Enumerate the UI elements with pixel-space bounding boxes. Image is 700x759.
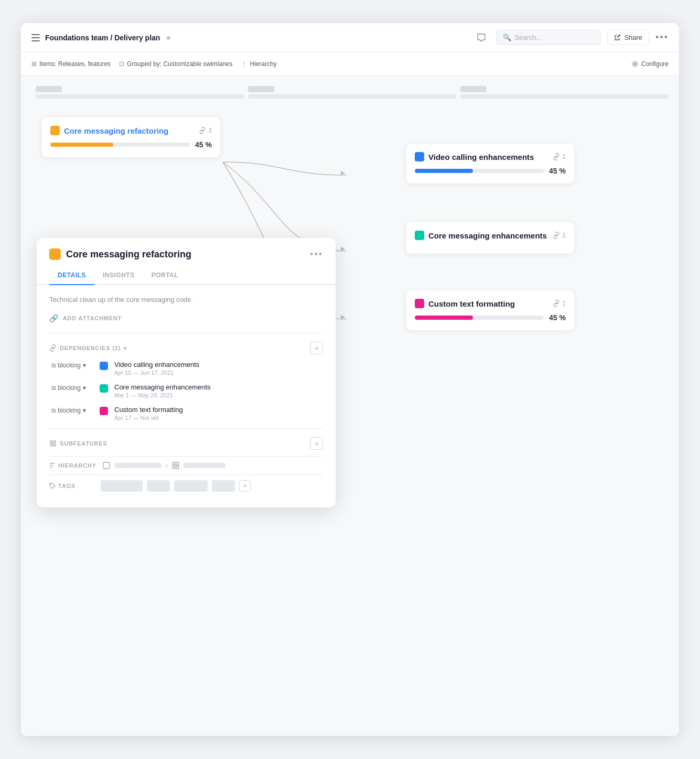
nav-left: Foundations team / Delivery plan ★ bbox=[31, 34, 172, 42]
card-links-count-3: 1 bbox=[562, 232, 566, 239]
tag-1 bbox=[101, 480, 143, 492]
hierarchy-row: HIERARCHY › bbox=[49, 456, 323, 474]
grouped-label: Grouped by: Customizable swimlanes bbox=[127, 60, 232, 68]
progress-fill-pink bbox=[415, 316, 473, 320]
tab-details[interactable]: DETAILS bbox=[49, 266, 94, 285]
breadcrumb: Foundations team / Delivery plan bbox=[45, 34, 160, 42]
search-icon: 🔍 bbox=[503, 34, 511, 41]
timeline-label-2 bbox=[248, 86, 274, 92]
dep-info-2: Core messaging enhancements Mar 1 — May … bbox=[114, 383, 211, 398]
svg-rect-5 bbox=[53, 441, 56, 443]
timeline-label-3 bbox=[460, 86, 487, 92]
hier-arrow-icon: › bbox=[166, 462, 168, 469]
tags-row: TAGS + bbox=[49, 474, 323, 497]
svg-rect-4 bbox=[50, 441, 52, 443]
progress-bar-bg bbox=[50, 143, 190, 147]
section-title-row[interactable]: DEPENDENCIES (2) ▾ bbox=[49, 344, 127, 352]
card-title-4: Custom text formatting bbox=[428, 299, 515, 308]
progress-fill-blue bbox=[415, 169, 473, 173]
star-icon[interactable]: ★ bbox=[165, 34, 172, 42]
card-header-3: Core messaging enhancements 1 bbox=[415, 231, 566, 240]
tab-insights[interactable]: INSIGHTS bbox=[94, 266, 143, 285]
dep-arrow-1: ▾ bbox=[83, 362, 86, 369]
progress-bar-bg-2 bbox=[415, 169, 544, 173]
card-title-3: Core messaging enhancements bbox=[428, 231, 547, 240]
add-dependency-button[interactable]: + bbox=[310, 342, 323, 354]
detail-more-icon[interactable]: ••• bbox=[310, 249, 323, 260]
detail-panel: Core messaging refactoring ••• DETAILS I… bbox=[37, 238, 336, 507]
detail-title-row: Core messaging refactoring bbox=[49, 248, 191, 260]
timeline-subbar-3 bbox=[460, 94, 669, 99]
svg-marker-1 bbox=[341, 171, 345, 175]
progress-fill-yellow bbox=[50, 143, 113, 147]
detail-content: Technical clean up of the core messaging… bbox=[37, 285, 336, 507]
dep-item-video: is blocking ▾ Video calling enhancements… bbox=[49, 361, 323, 376]
progress-row: 45 % bbox=[50, 140, 212, 149]
menu-icon[interactable] bbox=[31, 34, 40, 41]
configure-label: Configure bbox=[641, 60, 669, 68]
dep-relation-3[interactable]: is blocking ▾ bbox=[51, 406, 93, 414]
add-attachment-label: ADD ATTACHMENT bbox=[63, 315, 122, 321]
dep-arrow-2: ▾ bbox=[83, 384, 86, 392]
dep-relation-1[interactable]: is blocking ▾ bbox=[51, 361, 93, 369]
timeline-label-1 bbox=[36, 86, 62, 92]
card-dot-blue bbox=[415, 152, 424, 161]
tag-3 bbox=[174, 480, 208, 492]
add-attachment-row[interactable]: 🔗 ADD ATTACHMENT bbox=[49, 314, 323, 322]
svg-rect-9 bbox=[173, 462, 175, 465]
hierarchy-placeholder-1 bbox=[114, 463, 161, 468]
card-dot-yellow bbox=[50, 126, 60, 135]
timeline-col-2 bbox=[244, 86, 456, 99]
search-placeholder: Search... bbox=[514, 34, 542, 41]
configure-button[interactable]: Configure bbox=[631, 60, 669, 68]
progress-row-2: 45 % bbox=[415, 167, 566, 175]
dep-relation-2[interactable]: is blocking ▾ bbox=[51, 383, 93, 392]
detail-description: Technical clean up of the core messaging… bbox=[49, 296, 323, 303]
more-options-icon[interactable]: ••• bbox=[655, 32, 669, 43]
detail-title: Core messaging refactoring bbox=[66, 249, 191, 260]
card-title-row: Core messaging refactoring bbox=[50, 126, 168, 135]
card-title-2: Video calling enhancements bbox=[428, 153, 534, 161]
dep-name-3: Custom text formatting bbox=[114, 406, 183, 414]
card-title: Core messaging refactoring bbox=[64, 126, 168, 135]
timeline-subbar-1 bbox=[36, 94, 244, 99]
bg-card-custom-text[interactable]: Custom text formatting 1 45 % bbox=[406, 290, 574, 330]
grouped-filter[interactable]: ⊡ Grouped by: Customizable swimlanes bbox=[119, 60, 232, 68]
share-button[interactable]: Share bbox=[607, 30, 649, 45]
main-container: Foundations team / Delivery plan ★ 🔍 Sea… bbox=[21, 23, 679, 736]
card-title-row-2: Video calling enhancements bbox=[415, 152, 534, 161]
dep-dot-pink bbox=[100, 407, 108, 415]
hierarchy-filter[interactable]: ⋮ Hierarchy bbox=[241, 60, 276, 68]
dep-dot-teal bbox=[100, 384, 108, 393]
add-tag-button[interactable]: + bbox=[239, 480, 251, 492]
dep-dates-3: Apr 17 — Not set bbox=[114, 415, 183, 421]
svg-rect-12 bbox=[176, 466, 179, 469]
clip-icon: 🔗 bbox=[49, 314, 59, 322]
search-bar[interactable]: 🔍 Search... bbox=[496, 30, 601, 45]
hierarchy-label: HIERARCHY bbox=[49, 462, 96, 469]
dep-info-3: Custom text formatting Apr 17 — Not set bbox=[114, 406, 183, 421]
bg-card-core-messaging-enh[interactable]: Core messaging enhancements 1 bbox=[406, 222, 574, 254]
divider-2 bbox=[49, 428, 323, 429]
bg-card-core-messaging[interactable]: Core messaging refactoring 3 45 % bbox=[42, 117, 220, 157]
chat-icon[interactable] bbox=[473, 29, 490, 46]
content-area: Core messaging refactoring 3 45 % Video … bbox=[21, 75, 679, 736]
tab-portal[interactable]: PORTAL bbox=[143, 266, 187, 285]
bg-card-video-calling[interactable]: Video calling enhancements 1 45 % bbox=[406, 144, 574, 183]
subfeatures-title-row[interactable]: SUBFEATURES bbox=[49, 440, 107, 447]
items-label: Items: Releases, features bbox=[39, 60, 111, 68]
add-subfeature-button[interactable]: + bbox=[310, 437, 323, 450]
card-links-count: 3 bbox=[208, 127, 212, 134]
card-title-row-3: Core messaging enhancements bbox=[415, 231, 547, 240]
dependencies-label: DEPENDENCIES (2) bbox=[60, 345, 121, 351]
card-title-row-4: Custom text formatting bbox=[415, 299, 515, 308]
tabs-row: DETAILS INSIGHTS PORTAL bbox=[37, 266, 336, 285]
dep-dot-blue bbox=[100, 362, 108, 370]
svg-point-13 bbox=[51, 484, 51, 485]
items-filter[interactable]: ⊞ Items: Releases, features bbox=[31, 60, 111, 68]
card-header: Core messaging refactoring 3 bbox=[50, 126, 212, 135]
svg-rect-11 bbox=[173, 466, 175, 469]
card-links-count-2: 1 bbox=[562, 153, 566, 160]
progress-pct: 45 % bbox=[195, 140, 212, 149]
svg-rect-7 bbox=[53, 444, 56, 446]
